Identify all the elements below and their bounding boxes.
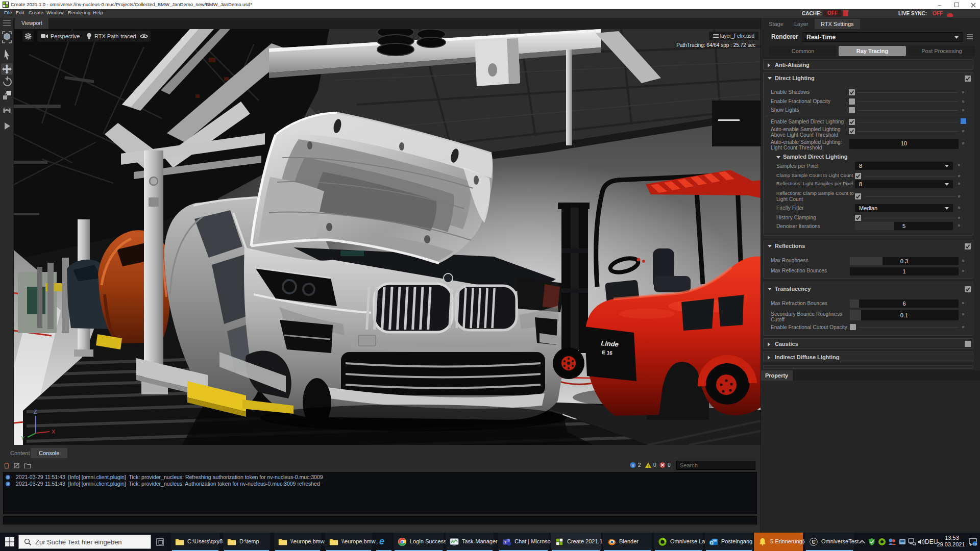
svg-text:Y: Y (21, 435, 25, 441)
svg-text:Z: Z (34, 409, 37, 415)
svg-text:2: 2 (638, 462, 641, 468)
svg-text:E 16: E 16 (602, 349, 613, 356)
svg-text:U: U (812, 539, 815, 545)
svg-text:i: i (632, 463, 633, 468)
svg-text:Linde: Linde (601, 339, 619, 348)
svg-text:X: X (52, 429, 56, 435)
svg-text:10: 10 (973, 542, 977, 546)
svg-text:0: 0 (668, 462, 671, 468)
svg-text:T: T (504, 540, 507, 544)
svg-text:0: 0 (653, 462, 656, 468)
svg-text:!: ! (648, 464, 649, 468)
